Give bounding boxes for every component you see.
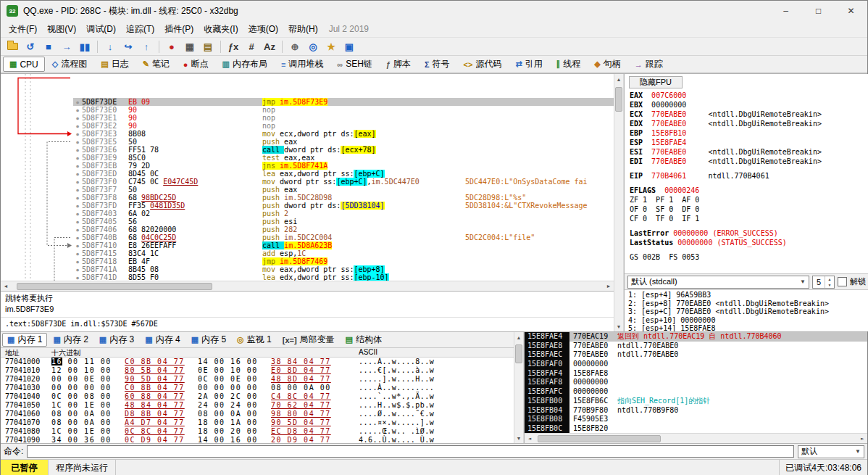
menu-item[interactable]: 文件(F)	[4, 22, 42, 37]
register-row[interactable]: ESP 15E8FAE4	[630, 138, 868, 147]
tab-source[interactable]: <>源代码	[457, 57, 509, 72]
dump-row[interactable]: 7704107008 00 0A 00A4 D7 04 7718 00 1A 0…	[1, 418, 514, 427]
debug-window-button[interactable]: ▣	[341, 38, 357, 54]
menu-item[interactable]: 选项(O)	[243, 22, 283, 37]
tab-dump-4[interactable]: ▦内存 4	[140, 333, 185, 347]
pause-button[interactable]: ▮▮	[77, 38, 93, 54]
breakpoint-dot[interactable]: ●	[73, 194, 82, 202]
disasm-row[interactable]: ●5D8F740B68 04C0C25Dpush im.5DC2C0045DC2…	[1, 234, 614, 241]
run-to-return-button[interactable]: ↑	[138, 38, 154, 54]
register-row[interactable]: EFLAGS 00000246	[630, 186, 868, 195]
breakpoint-dot[interactable]: ●	[73, 138, 82, 146]
menu-item[interactable]: 插件(P)	[159, 22, 199, 37]
breakpoint-dot[interactable]: ●	[73, 234, 82, 241]
register-row[interactable]: ESI 770EABE0 <ntdll.DbgUiRemoteBreakin>	[630, 147, 868, 157]
run-button[interactable]: →	[59, 38, 75, 54]
assemble-button[interactable]: ƒx	[225, 38, 241, 54]
breakpoints-button[interactable]: ●	[164, 38, 180, 54]
restart-button[interactable]: ↺	[22, 38, 38, 54]
dump-table[interactable]: 7704100016 00 11 00C0 8B 04 7714 00 16 0…	[1, 358, 514, 443]
stop-button[interactable]: ■	[41, 38, 57, 54]
disasm-row[interactable]: ●5D8F73E090nop	[1, 106, 614, 114]
disasm-row[interactable]: ●5D8F741D8D55 F0lea edx,dword ptr ss:[eb…	[1, 273, 614, 281]
calling-convention-select[interactable]: 默认 (stdcall)▼	[627, 276, 809, 289]
scroll-up-icon[interactable]: ▲	[514, 332, 524, 342]
stack-row[interactable]: 15E8FB08F45905E3	[525, 415, 867, 424]
close-button[interactable]: ✕	[835, 1, 867, 21]
argument-row[interactable]: 1: [esp+4] 96A59BB3	[628, 291, 865, 300]
menu-item[interactable]: 调试(D)	[81, 22, 121, 37]
dump-row[interactable]: 7704103000 00 00 00C0 8B 04 7700 00 00 0…	[1, 384, 514, 392]
breakpoint-dot[interactable]: ●	[73, 186, 82, 194]
breakpoint-dot[interactable]: ●	[73, 273, 82, 281]
tab-handles[interactable]: ◆句柄	[588, 57, 627, 72]
tab-breakpoints[interactable]: ●断点	[177, 57, 215, 72]
scroll-thumb[interactable]	[17, 283, 212, 290]
stack-row[interactable]: 15E8FB0C15E8FB20	[525, 424, 867, 433]
disasm-row[interactable]: ●5D8F73E985C0test eax,eax	[1, 154, 614, 162]
disasm-hscrollbar[interactable]: ◄ ►	[1, 281, 614, 291]
breakpoint-dot[interactable]: ●	[73, 202, 82, 210]
stack-table[interactable]: 15E8FAE4770EAC19返回到 ntdll.770EAC19 自 ntd…	[525, 332, 867, 433]
breakpoint-dot[interactable]: ●	[73, 210, 82, 218]
disasm-row[interactable]: ●5D8F73ED8D45 0Clea eax,dword ptr ss:[eb…	[1, 170, 614, 178]
stack-row[interactable]: 15E8FAF000000000	[525, 360, 867, 369]
breakpoint-dot[interactable]: ●	[73, 178, 82, 186]
register-row[interactable]: CF 0 TF 0 IF 1	[630, 214, 868, 223]
disasm-row[interactable]: ●5D8F73F868 98BDC25Dpush im.5DC28D985DC2…	[1, 194, 614, 202]
disasm-row[interactable]: ●5D8F73E38B08mov ecx,dword ptr ds:[eax]	[1, 130, 614, 138]
disasm-row[interactable]: ●5D8F73DEEB 09jmp im.5D8F73E9	[1, 98, 614, 106]
register-row[interactable]: ECX 770EABE0 <ntdll.DbgUiRemoteBreakin>	[630, 110, 868, 119]
argument-row[interactable]: 3: [esp+C] 770EABE0 <ntdll.DbgUiRemoteBr…	[628, 307, 865, 316]
maximize-button[interactable]: □	[802, 1, 835, 21]
scroll-thumb[interactable]	[538, 435, 661, 442]
disasm-row[interactable]: ●5D8F73EB79 2Djns im.5D8F741A	[1, 162, 614, 170]
register-row[interactable]: ZF 1 PF 1 AF 0	[630, 195, 868, 205]
scroll-down-icon[interactable]: ▼	[514, 433, 524, 443]
dump-row[interactable]: 770410801C 00 1E 000C 8C 04 7718 00 20 0…	[1, 427, 514, 436]
tab-dump-1[interactable]: ▦内存 1	[2, 333, 47, 347]
strings-button[interactable]: Az	[262, 38, 277, 54]
tab-script[interactable]: ƒ脚本	[380, 57, 417, 72]
dump-row[interactable]: 7704101012 00 10 0080 5B 04 770E 00 10 0…	[1, 366, 514, 375]
command-input[interactable]	[27, 445, 794, 458]
scroll-thumb[interactable]	[615, 87, 622, 112]
breakpoint-dot[interactable]: ●	[73, 257, 82, 265]
command-profile-select[interactable]: 默认▼	[798, 445, 864, 458]
disasm-row[interactable]: ●5D8F73F750push eax	[1, 186, 614, 194]
log-button[interactable]: ▤	[200, 38, 216, 54]
unlock-checkbox[interactable]	[838, 277, 847, 286]
tab-graph[interactable]: ◇流程图	[46, 57, 93, 72]
stack-row[interactable]: 15E8FB0015E8FB6C指向SEH_Record[1]的指针	[525, 397, 867, 406]
tab-symbols[interactable]: Σ符号	[418, 57, 456, 72]
scroll-up-icon[interactable]: ▲	[614, 74, 624, 84]
hide-fpu-button[interactable]: 隐藏FPU	[629, 76, 683, 88]
register-row[interactable]: GS 002B FS 0053	[630, 252, 868, 262]
breakpoint-dot[interactable]: ●	[73, 106, 82, 114]
stack-row[interactable]: 15E8FAE4770EAC19返回到 ntdll.770EAC19 自 ntd…	[525, 332, 867, 342]
breakpoint-dot[interactable]: ●	[73, 249, 82, 257]
preferences-button[interactable]: ⊕	[287, 38, 303, 54]
dump-row[interactable]: 7704106008 00 0A 00D8 8B 04 7708 00 0A 0…	[1, 410, 514, 418]
minimize-button[interactable]: –	[769, 1, 802, 21]
tab-dump-5[interactable]: ▦内存 5	[186, 333, 231, 347]
scroll-left-icon[interactable]: ◄	[525, 434, 535, 444]
spin-down-icon[interactable]: ▼	[825, 282, 834, 288]
tab-trace[interactable]: →跟踪	[628, 57, 669, 72]
disasm-row[interactable]: ●5D8F741A8B45 08mov eax,dword ptr ss:[eb…	[1, 265, 614, 273]
breakpoint-dot[interactable]: ●	[73, 146, 82, 154]
register-row[interactable]: EBP 15E8FB10	[630, 128, 868, 138]
tab-struct[interactable]: ▤结构体	[341, 333, 387, 347]
stack-row[interactable]: 15E8FAE8770EABE0ntdll.770EABE0	[525, 342, 867, 351]
tab-cpu[interactable]: ▦CPU	[3, 57, 45, 72]
register-row[interactable]: EDI 770EABE0 <ntdll.DbgUiRemoteBreakin>	[630, 157, 868, 166]
tab-dump-3[interactable]: ▦内存 3	[94, 333, 139, 347]
dump-row[interactable]: 7704102000 00 0E 0090 5D 04 770C 00 0E 0…	[1, 375, 514, 384]
breakpoint-dot[interactable]: ●	[73, 98, 82, 106]
disasm-row[interactable]: ●5D8F740556push esi	[1, 218, 614, 226]
menu-item[interactable]: 追踪(T)	[121, 22, 159, 37]
breakpoint-dot[interactable]: ●	[73, 130, 82, 138]
registers-table[interactable]: EAX 007C6000EBX 00000000ECX 770EABE0 <nt…	[625, 89, 868, 273]
step-into-button[interactable]: ↓	[102, 38, 118, 54]
scroll-down-icon[interactable]: ▼	[614, 321, 624, 331]
